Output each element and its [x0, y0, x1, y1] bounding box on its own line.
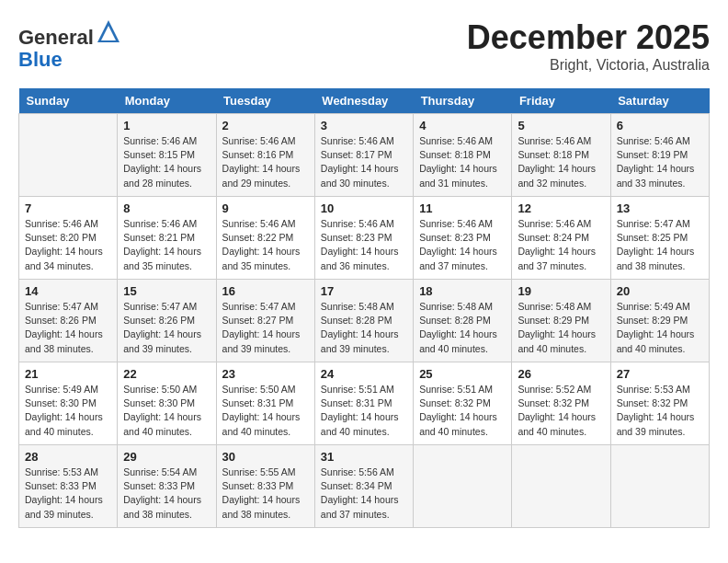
day-number: 6 [617, 119, 703, 132]
day-number: 25 [419, 367, 506, 381]
day-number: 5 [518, 119, 604, 132]
day-content: Sunrise: 5:46 AM Sunset: 8:16 PM Dayligh… [222, 134, 309, 190]
day-header-sunday: Sunday [19, 88, 118, 114]
calendar-cell: 29Sunrise: 5:54 AM Sunset: 8:33 PM Dayli… [118, 445, 216, 528]
day-content: Sunrise: 5:52 AM Sunset: 8:32 PM Dayligh… [518, 383, 604, 439]
calendar-cell [19, 114, 118, 197]
calendar-cell: 15Sunrise: 5:47 AM Sunset: 8:26 PM Dayli… [118, 280, 216, 362]
calendar-cell: 31Sunrise: 5:56 AM Sunset: 8:34 PM Dayli… [314, 445, 413, 528]
day-content: Sunrise: 5:49 AM Sunset: 8:30 PM Dayligh… [25, 383, 111, 439]
week-row-4: 21Sunrise: 5:49 AM Sunset: 8:30 PM Dayli… [19, 362, 710, 445]
day-header-tuesday: Tuesday [216, 88, 314, 114]
calendar-cell: 22Sunrise: 5:50 AM Sunset: 8:30 PM Dayli… [118, 362, 216, 445]
day-content: Sunrise: 5:55 AM Sunset: 8:33 PM Dayligh… [222, 465, 309, 522]
calendar-cell: 1Sunrise: 5:46 AM Sunset: 8:15 PM Daylig… [118, 114, 216, 197]
calendar-cell: 5Sunrise: 5:46 AM Sunset: 8:18 PM Daylig… [512, 114, 610, 197]
day-number: 26 [518, 367, 604, 381]
day-content: Sunrise: 5:50 AM Sunset: 8:31 PM Dayligh… [222, 383, 309, 439]
day-number: 9 [222, 201, 309, 215]
calendar-cell: 12Sunrise: 5:46 AM Sunset: 8:24 PM Dayli… [512, 197, 610, 280]
day-content: Sunrise: 5:51 AM Sunset: 8:31 PM Dayligh… [321, 383, 407, 439]
header-row: SundayMondayTuesdayWednesdayThursdayFrid… [19, 88, 710, 114]
calendar-cell: 24Sunrise: 5:51 AM Sunset: 8:31 PM Dayli… [314, 362, 413, 445]
day-number: 3 [321, 119, 407, 132]
day-number: 4 [419, 119, 506, 132]
day-number: 15 [123, 284, 210, 298]
day-number: 24 [321, 367, 407, 381]
day-number: 29 [123, 450, 210, 464]
calendar-cell: 27Sunrise: 5:53 AM Sunset: 8:32 PM Dayli… [610, 362, 709, 445]
calendar-cell: 20Sunrise: 5:49 AM Sunset: 8:29 PM Dayli… [610, 280, 709, 362]
day-header-saturday: Saturday [610, 88, 709, 114]
day-number: 16 [222, 284, 309, 298]
calendar-cell: 14Sunrise: 5:47 AM Sunset: 8:26 PM Dayli… [19, 280, 118, 362]
day-content: Sunrise: 5:54 AM Sunset: 8:33 PM Dayligh… [123, 465, 210, 522]
day-number: 22 [123, 367, 210, 381]
day-content: Sunrise: 5:46 AM Sunset: 8:19 PM Dayligh… [617, 134, 703, 190]
calendar-cell: 26Sunrise: 5:52 AM Sunset: 8:32 PM Dayli… [512, 362, 610, 445]
week-row-1: 1Sunrise: 5:46 AM Sunset: 8:15 PM Daylig… [19, 114, 710, 197]
day-content: Sunrise: 5:47 AM Sunset: 8:26 PM Dayligh… [123, 300, 210, 356]
calendar-cell [414, 445, 512, 528]
day-number: 21 [25, 367, 111, 381]
day-content: Sunrise: 5:46 AM Sunset: 8:24 PM Dayligh… [518, 217, 604, 273]
day-number: 14 [25, 284, 111, 298]
calendar-cell: 25Sunrise: 5:51 AM Sunset: 8:32 PM Dayli… [414, 362, 512, 445]
day-number: 30 [222, 450, 309, 464]
day-number: 1 [123, 119, 210, 132]
day-content: Sunrise: 5:46 AM Sunset: 8:22 PM Dayligh… [222, 217, 309, 273]
day-number: 28 [25, 450, 111, 464]
day-content: Sunrise: 5:47 AM Sunset: 8:27 PM Dayligh… [222, 300, 309, 356]
day-content: Sunrise: 5:48 AM Sunset: 8:29 PM Dayligh… [518, 300, 604, 356]
week-row-3: 14Sunrise: 5:47 AM Sunset: 8:26 PM Dayli… [19, 280, 710, 362]
calendar-cell: 19Sunrise: 5:48 AM Sunset: 8:29 PM Dayli… [512, 280, 610, 362]
logo-blue-text: Blue [18, 48, 63, 71]
day-content: Sunrise: 5:46 AM Sunset: 8:18 PM Dayligh… [518, 134, 604, 190]
day-number: 23 [222, 367, 309, 381]
day-content: Sunrise: 5:47 AM Sunset: 8:26 PM Dayligh… [25, 300, 111, 356]
day-content: Sunrise: 5:56 AM Sunset: 8:34 PM Dayligh… [321, 465, 407, 522]
day-content: Sunrise: 5:53 AM Sunset: 8:32 PM Dayligh… [617, 383, 703, 439]
day-number: 31 [321, 450, 407, 464]
logo-icon [96, 18, 121, 44]
week-row-5: 28Sunrise: 5:53 AM Sunset: 8:33 PM Dayli… [19, 445, 710, 528]
day-content: Sunrise: 5:49 AM Sunset: 8:29 PM Dayligh… [617, 300, 703, 356]
calendar-cell [610, 445, 709, 528]
day-number: 27 [617, 367, 703, 381]
calendar-cell: 18Sunrise: 5:48 AM Sunset: 8:28 PM Dayli… [414, 280, 512, 362]
calendar-cell: 6Sunrise: 5:46 AM Sunset: 8:19 PM Daylig… [610, 114, 709, 197]
day-number: 8 [123, 201, 210, 215]
calendar-cell: 11Sunrise: 5:46 AM Sunset: 8:23 PM Dayli… [414, 197, 512, 280]
day-header-thursday: Thursday [414, 88, 512, 114]
calendar-cell: 13Sunrise: 5:47 AM Sunset: 8:25 PM Dayli… [610, 197, 709, 280]
calendar-cell: 16Sunrise: 5:47 AM Sunset: 8:27 PM Dayli… [216, 280, 314, 362]
day-content: Sunrise: 5:46 AM Sunset: 8:18 PM Dayligh… [419, 134, 506, 190]
calendar-cell: 7Sunrise: 5:46 AM Sunset: 8:20 PM Daylig… [19, 197, 118, 280]
day-content: Sunrise: 5:46 AM Sunset: 8:15 PM Dayligh… [123, 134, 210, 190]
day-number: 12 [518, 201, 604, 215]
calendar-table: SundayMondayTuesdayWednesdayThursdayFrid… [18, 88, 710, 528]
day-number: 17 [321, 284, 407, 298]
day-number: 20 [617, 284, 703, 298]
day-content: Sunrise: 5:51 AM Sunset: 8:32 PM Dayligh… [419, 383, 506, 439]
calendar-cell: 8Sunrise: 5:46 AM Sunset: 8:21 PM Daylig… [118, 197, 216, 280]
calendar-cell: 21Sunrise: 5:49 AM Sunset: 8:30 PM Dayli… [19, 362, 118, 445]
day-number: 18 [419, 284, 506, 298]
day-content: Sunrise: 5:48 AM Sunset: 8:28 PM Dayligh… [321, 300, 407, 356]
calendar-cell: 10Sunrise: 5:46 AM Sunset: 8:23 PM Dayli… [314, 197, 413, 280]
day-number: 13 [617, 201, 703, 215]
location: Bright, Victoria, Australia [467, 57, 710, 74]
day-content: Sunrise: 5:46 AM Sunset: 8:21 PM Dayligh… [123, 217, 210, 273]
logo: General Blue [18, 18, 121, 71]
calendar-cell: 4Sunrise: 5:46 AM Sunset: 8:18 PM Daylig… [414, 114, 512, 197]
day-content: Sunrise: 5:48 AM Sunset: 8:28 PM Dayligh… [419, 300, 506, 356]
day-number: 2 [222, 119, 309, 132]
day-header-friday: Friday [512, 88, 610, 114]
day-number: 7 [25, 201, 111, 215]
day-content: Sunrise: 5:46 AM Sunset: 8:17 PM Dayligh… [321, 134, 407, 190]
day-content: Sunrise: 5:46 AM Sunset: 8:23 PM Dayligh… [419, 217, 506, 273]
logo-general-text: General [18, 26, 94, 49]
day-number: 19 [518, 284, 604, 298]
calendar-cell: 23Sunrise: 5:50 AM Sunset: 8:31 PM Dayli… [216, 362, 314, 445]
day-content: Sunrise: 5:47 AM Sunset: 8:25 PM Dayligh… [617, 217, 703, 273]
